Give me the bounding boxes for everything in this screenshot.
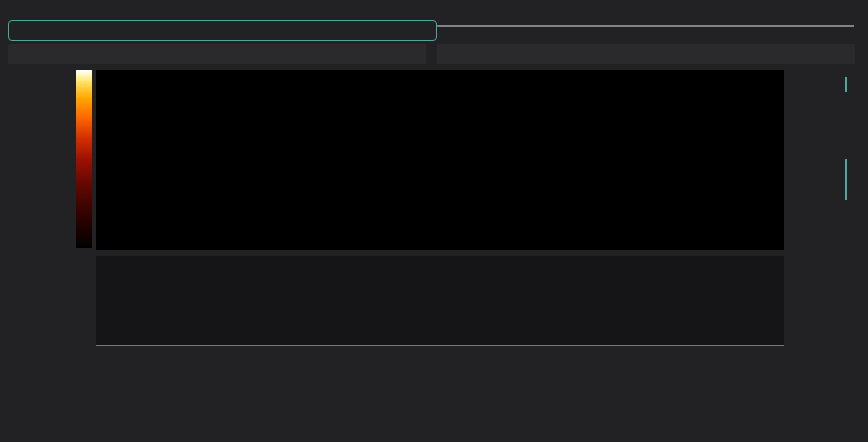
ticker-input[interactable] (8, 20, 437, 41)
modebar-active-indicator-2 (845, 159, 847, 200)
percentile-slider[interactable] (437, 25, 854, 27)
modebar-active-indicator (845, 77, 847, 92)
volume-colorbar (76, 70, 92, 248)
app-root (0, 0, 868, 442)
cvd-chart[interactable] (96, 256, 784, 346)
price-heatmap-chart[interactable] (96, 70, 784, 250)
cvd-tab-group (437, 44, 855, 64)
x-axis-line (96, 345, 784, 346)
timeframe-group (8, 44, 426, 64)
